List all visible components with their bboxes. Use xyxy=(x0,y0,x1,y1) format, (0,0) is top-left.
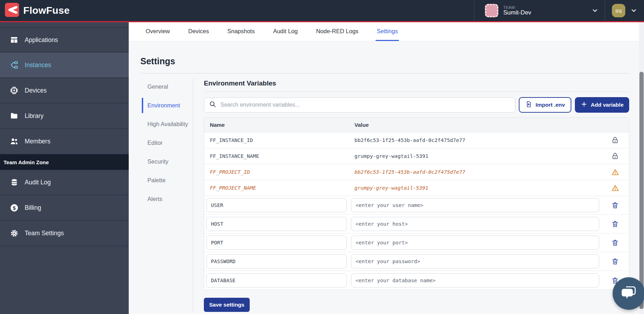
delete-variable-button[interactable] xyxy=(610,257,620,266)
settings-subnav: General Environment High Availability Ed… xyxy=(140,79,193,312)
settings-content: Settings General Environment High Availa… xyxy=(129,41,644,314)
gear-icon xyxy=(9,228,19,238)
delete-variable-button[interactable] xyxy=(610,219,620,229)
panel-title: Environment Variables xyxy=(204,79,629,87)
instances-icon xyxy=(9,60,19,70)
flowfuse-logo-icon xyxy=(5,3,19,18)
devices-icon xyxy=(9,85,19,95)
table-row: FF_PROJECT_ID bb2f6c53-1f25-453b-aafd-0c… xyxy=(204,164,629,180)
table-row xyxy=(204,233,629,252)
column-header-value: Value xyxy=(349,122,601,128)
env-value-input[interactable] xyxy=(351,236,599,250)
tab-overview[interactable]: Overview xyxy=(145,22,171,41)
env-value-input[interactable] xyxy=(351,254,599,268)
table-row xyxy=(204,215,629,233)
add-variable-button[interactable]: Add variable xyxy=(575,97,629,113)
table-row: FF_PROJECT_NAME grumpy-grey-wagtail-5391 xyxy=(204,180,629,196)
env-value-input[interactable] xyxy=(351,198,599,212)
delete-variable-button[interactable] xyxy=(610,238,620,247)
subnav-item-high-availability[interactable]: High Availability xyxy=(140,120,193,128)
sidebar-item-label: Billing xyxy=(25,204,41,212)
subnav-item-alerts[interactable]: Alerts xyxy=(140,195,193,203)
sidebar-item-label: Audit Log xyxy=(25,179,51,186)
trash-icon xyxy=(611,239,619,247)
chevron-down-icon xyxy=(591,7,599,14)
sidebar-item-billing[interactable]: $ Billing xyxy=(0,195,129,221)
env-name: FF_PROJECT_NAME xyxy=(204,185,349,191)
team-avatar xyxy=(485,4,498,17)
tab-node-red-logs[interactable]: Node-RED Logs xyxy=(315,22,359,41)
env-name: FF_INSTANCE_ID xyxy=(204,137,349,143)
subnav-item-security[interactable]: Security xyxy=(140,158,193,165)
billing-dollar-icon: $ xyxy=(9,203,19,213)
applications-icon xyxy=(9,35,19,45)
table-row: FF_INSTANCE_ID bb2f6c53-1f25-453b-aafd-0… xyxy=(204,132,629,148)
env-name: FF_PROJECT_ID xyxy=(204,169,349,175)
sidebar: Applications Instances Devices Library M… xyxy=(0,22,129,314)
chat-bubble-icon xyxy=(619,283,638,304)
environment-panel: Environment Variables xyxy=(193,79,629,312)
plus-icon xyxy=(581,101,588,109)
env-value-input[interactable] xyxy=(351,273,599,288)
subnav-item-environment[interactable]: Environment xyxy=(140,102,193,109)
save-settings-button[interactable]: Save settings xyxy=(204,298,250,312)
env-value: grumpy-grey-wagtail-5391 xyxy=(349,185,601,191)
sidebar-item-label: Applications xyxy=(25,36,58,44)
brand: FlowFuse xyxy=(0,3,70,18)
app-window: FlowFuse TEAM: Sumit-Dev su xyxy=(0,0,644,314)
scrollbar-track xyxy=(639,22,644,314)
sidebar-item-library[interactable]: Library xyxy=(0,103,129,129)
search-input[interactable] xyxy=(220,102,510,108)
tab-audit-log[interactable]: Audit Log xyxy=(272,22,299,41)
sidebar-item-label: Instances xyxy=(25,61,51,69)
members-users-icon xyxy=(9,136,19,146)
import-env-button[interactable]: Import .env xyxy=(519,97,571,113)
warning-icon xyxy=(601,184,629,192)
table-row: FF_INSTANCE_NAME grumpy-grey-wagtail-539… xyxy=(204,148,629,164)
search-icon xyxy=(209,100,217,109)
env-name-input[interactable] xyxy=(206,254,347,268)
library-folder-icon xyxy=(9,111,19,121)
sidebar-item-members[interactable]: Members xyxy=(0,129,129,154)
env-name: FF_INSTANCE_NAME xyxy=(204,153,349,159)
sidebar-item-label: Team Settings xyxy=(25,230,64,237)
top-bar: FlowFuse TEAM: Sumit-Dev su xyxy=(0,0,644,22)
tab-snapshots[interactable]: Snapshots xyxy=(226,22,256,41)
team-name: Sumit-Dev xyxy=(503,10,587,16)
env-name-input[interactable] xyxy=(206,236,347,250)
sidebar-item-instances[interactable]: Instances xyxy=(0,53,129,78)
team-label: TEAM: xyxy=(503,5,587,10)
page-title: Settings xyxy=(140,56,629,66)
sidebar-item-label: Library xyxy=(25,112,44,120)
sidebar-item-audit-log[interactable]: Audit Log xyxy=(0,170,129,195)
audit-log-database-icon xyxy=(9,177,19,187)
trash-icon xyxy=(611,201,619,209)
trash-icon xyxy=(611,220,619,228)
sidebar-item-label: Members xyxy=(25,138,50,145)
chat-widget-button[interactable] xyxy=(613,277,644,310)
user-avatar: su xyxy=(612,4,625,17)
tab-devices[interactable]: Devices xyxy=(187,22,210,41)
column-header-name: Name xyxy=(204,122,349,128)
sidebar-item-devices[interactable]: Devices xyxy=(0,78,129,103)
subnav-item-general[interactable]: General xyxy=(140,83,193,90)
env-value-input[interactable] xyxy=(351,217,599,231)
scrollbar-thumb[interactable] xyxy=(639,72,644,309)
env-name-input[interactable] xyxy=(206,273,347,288)
team-switcher[interactable]: TEAM: Sumit-Dev xyxy=(474,0,605,21)
svg-text:$: $ xyxy=(12,205,16,211)
chevron-down-icon xyxy=(630,7,637,14)
subnav-item-editor[interactable]: Editor xyxy=(140,139,193,147)
subnav-item-palette[interactable]: Palette xyxy=(140,177,193,184)
import-document-icon xyxy=(525,101,532,109)
env-value: bb2f6c53-1f25-453b-aafd-0c2f475d7e77 xyxy=(349,137,601,143)
user-menu[interactable]: su xyxy=(605,0,644,21)
table-header: Name Value xyxy=(204,118,629,132)
sidebar-item-applications[interactable]: Applications xyxy=(0,27,129,53)
instance-tabs: Overview Devices Snapshots Audit Log Nod… xyxy=(129,22,644,41)
sidebar-item-team-settings[interactable]: Team Settings xyxy=(0,221,129,246)
tab-settings[interactable]: Settings xyxy=(376,22,399,41)
env-name-input[interactable] xyxy=(206,217,347,231)
env-name-input[interactable] xyxy=(206,198,347,212)
delete-variable-button[interactable] xyxy=(610,201,620,210)
